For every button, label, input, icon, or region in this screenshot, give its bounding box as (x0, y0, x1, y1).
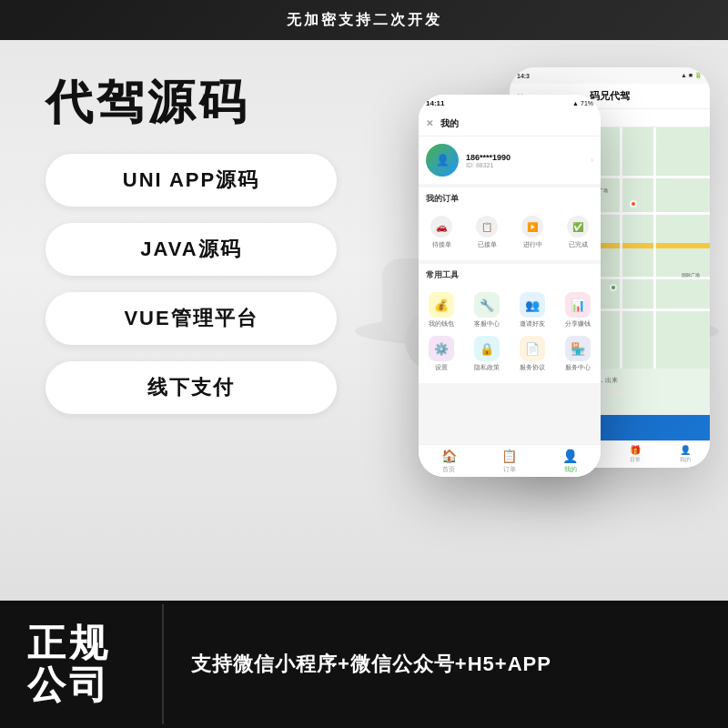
feature-pill-java: JAVA源码 (46, 223, 337, 276)
tool-privacy[interactable]: 🔒 隐私政策 (464, 332, 510, 376)
settings-label: 设置 (435, 364, 448, 372)
map-profile-icon: 👤 (680, 445, 691, 455)
tools-section-title: 常用工具 (419, 264, 601, 285)
order-item-pending[interactable]: 🚗 待接单 (419, 212, 464, 253)
map-daily-label: 日常 (630, 456, 641, 464)
order-item-done[interactable]: ✅ 已完成 (555, 212, 601, 253)
profile-phone: 186****1990 (466, 153, 583, 162)
order-icon-accepted: 📋 (476, 216, 498, 238)
profile-id: ID: 88321 (466, 162, 583, 168)
order-item-accepted[interactable]: 📋 已接单 (464, 212, 510, 253)
privacy-label: 隐私政策 (474, 364, 500, 372)
phone-nav: ✕ 我的 (419, 111, 601, 136)
service-icon: 🔧 (474, 292, 500, 318)
service-label: 客服中心 (474, 320, 500, 329)
feature-pill-payment-label: 线下支付 (147, 374, 235, 401)
map-status-bar: 14:3 ▲ ■ 🔋 (510, 67, 710, 84)
center-label: 服务中心 (565, 364, 591, 372)
bottom-left: 正规 公司 (0, 604, 164, 724)
tools-grid: 💰 我的钱包 🔧 客服中心 👥 邀请好友 📊 (419, 285, 601, 383)
order-label-done: 已完成 (569, 240, 588, 249)
wallet-label: 我的钱包 (429, 320, 454, 329)
map-title: 码兄代驾 (590, 89, 630, 103)
map-nav-daily[interactable]: 🎁 日常 (610, 441, 660, 468)
feature-pill-uni-app: UNI APP源码 (46, 154, 337, 207)
map-label-3: 国际广场 (682, 272, 700, 278)
phone-close-icon[interactable]: ✕ (426, 118, 433, 128)
tools-section: 常用工具 💰 我的钱包 🔧 客服中心 👥 邀请好友 (419, 264, 601, 383)
settings-icon: ⚙️ (429, 336, 454, 361)
feature-pill-vue-label: VUE管理平台 (124, 305, 258, 332)
map-time: 14:3 (517, 73, 530, 79)
tool-settings[interactable]: ⚙️ 设置 (419, 332, 464, 376)
invite-label: 邀请好友 (520, 320, 545, 329)
tool-center[interactable]: 🏪 服务中心 (555, 332, 601, 376)
main-title: 代驾源码 (46, 76, 346, 128)
bottom-nav-home[interactable]: 🏠 首页 (419, 445, 480, 477)
tool-agreement[interactable]: 📄 服务协议 (510, 332, 555, 376)
profile-arrow-icon: › (591, 156, 593, 165)
phone-bottom-nav: 🏠 首页 📋 订单 👤 我的 (419, 444, 601, 477)
agreement-icon: 📄 (520, 336, 545, 361)
tool-invite[interactable]: 👥 邀请好友 (510, 288, 555, 332)
avatar: 👤 (426, 144, 459, 177)
tool-service[interactable]: 🔧 客服中心 (464, 288, 510, 332)
top-banner: 无加密支持二次开发 (0, 0, 728, 40)
tool-wallet[interactable]: 💰 我的钱包 (419, 288, 464, 332)
bottom-nav-profile[interactable]: 👤 我的 (540, 445, 601, 477)
bottom-right: 支持微信小程序+微信公众号+H5+APP (164, 651, 728, 678)
phone-time: 14:11 (426, 99, 444, 107)
map-nav-profile[interactable]: 👤 我的 (660, 441, 710, 468)
phone-signal-icon: ▲ 71% (572, 100, 593, 106)
bottom-orders-icon: 📋 (501, 449, 517, 463)
right-section: 14:3 ▲ ■ 🔋 ✕ 码兄代驾 西安市 > (382, 40, 728, 601)
invite-icon: 👥 (520, 292, 545, 318)
orders-section-title: 我的订单 (419, 187, 601, 208)
phone-status-bar: 14:11 ▲ 71% (419, 95, 601, 111)
order-label-ongoing: 进行中 (523, 240, 542, 249)
main-content: 代驾源码 UNI APP源码 JAVA源码 VUE管理平台 线下支付 14:3 … (0, 40, 728, 601)
top-banner-text: 无加密支持二次开发 (287, 11, 442, 30)
bottom-home-label: 首页 (442, 465, 455, 474)
bottom-left-line2: 公司 (27, 664, 135, 706)
bottom-nav-orders[interactable]: 📋 订单 (480, 445, 541, 477)
center-icon: 🏪 (565, 336, 591, 361)
phone-screen: 14:11 ▲ 71% ✕ 我的 👤 186****1990 ID: 88321… (419, 95, 601, 477)
feature-pill-vue: VUE管理平台 (46, 292, 337, 345)
wallet-icon: 💰 (429, 292, 454, 318)
bottom-right-text: 支持微信小程序+微信公众号+H5+APP (191, 651, 701, 678)
map-daily-icon: 🎁 (630, 445, 641, 455)
order-label-pending: 待接单 (432, 240, 451, 249)
order-icon-pending: 🚗 (430, 216, 452, 238)
feature-pill-payment: 线下支付 (46, 361, 337, 414)
agreement-label: 服务协议 (520, 364, 545, 372)
order-label-accepted: 已接单 (478, 240, 497, 249)
profile-info: 186****1990 ID: 88321 (466, 153, 583, 168)
map-signal: ▲ ■ 🔋 (681, 72, 703, 79)
order-icon-done: ✅ (567, 216, 589, 238)
order-icon-ongoing: ▶️ (521, 216, 543, 238)
phone-nav-title: 我的 (440, 117, 459, 130)
bottom-home-icon: 🏠 (441, 449, 457, 463)
bottom-left-line1: 正规 (27, 622, 135, 664)
bottom-section: 正规 公司 支持微信小程序+微信公众号+H5+APP (0, 601, 728, 728)
privacy-icon: 🔒 (474, 336, 500, 361)
bottom-orders-label: 订单 (503, 465, 516, 474)
left-section: 代驾源码 UNI APP源码 JAVA源码 VUE管理平台 线下支付 (0, 40, 382, 601)
tool-share[interactable]: 📊 分享赚钱 (555, 288, 601, 332)
feature-pill-uni-app-label: UNI APP源码 (123, 167, 259, 194)
share-icon: 📊 (565, 292, 591, 318)
map-profile-label: 我的 (680, 456, 691, 464)
order-item-ongoing[interactable]: ▶️ 进行中 (510, 212, 555, 253)
map-marker-2 (630, 200, 637, 207)
feature-pill-java-label: JAVA源码 (140, 236, 241, 263)
share-label: 分享赚钱 (565, 320, 591, 329)
orders-grid: 🚗 待接单 📋 已接单 ▶️ 进行中 ✅ 已完成 (419, 208, 601, 260)
bottom-profile-label: 我的 (564, 465, 577, 474)
phone-front-mockup: 14:11 ▲ 71% ✕ 我的 👤 186****1990 ID: 88321… (419, 95, 601, 477)
bottom-profile-icon: 👤 (562, 449, 578, 463)
profile-section[interactable]: 👤 186****1990 ID: 88321 › (419, 136, 601, 184)
